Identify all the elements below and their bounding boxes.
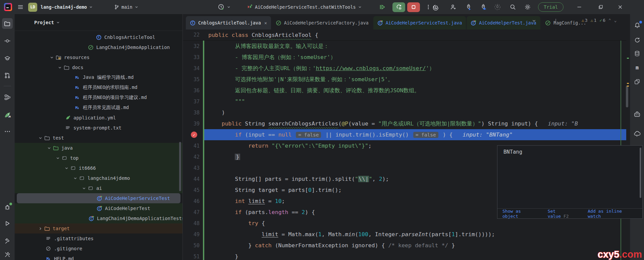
line-number[interactable]: 35 — [183, 76, 200, 83]
inspections-widget[interactable]: ⚠3 ⚠1 ✓6 ⌃ ⌄ — [582, 18, 617, 23]
tree-item-cnblogsarticletool[interactable]: CCnblogsArticleTool — [15, 32, 182, 42]
tree-item-gitattributes[interactable]: .gitattributes — [15, 233, 182, 244]
learn-icon[interactable] — [2, 53, 13, 64]
project-folder-icon[interactable] — [2, 18, 13, 29]
tree-item-java-md[interactable]: M↓Java 编程学习路线.md — [15, 72, 182, 83]
tree-item-gitignore[interactable]: .gitignore — [15, 244, 182, 254]
code-line-35[interactable]: 35 可选择性地附加'|N'来限制结果数量，例如：'someUser|5'。 — [183, 74, 630, 85]
stop-button[interactable] — [407, 0, 420, 14]
code-line-33[interactable]: 33 - 博客园用户名（例如：'someUser'） — [183, 52, 630, 63]
line-number[interactable]: 42 — [183, 154, 200, 160]
run-configuration-select[interactable]: AiCodeHelperServiceTest.chatWithTools — [247, 0, 362, 14]
rerun-debug-button[interactable] — [392, 0, 405, 14]
project-widget[interactable]: LD lang-chain4j-demo — [28, 0, 93, 14]
search-everywhere-button[interactable] — [508, 0, 518, 14]
breakpoint-icon[interactable]: ✓ — [191, 132, 197, 138]
line-number[interactable]: 51 — [183, 254, 200, 260]
resume-program-button[interactable] — [378, 0, 386, 14]
popup-scrollbar[interactable] — [640, 148, 641, 198]
hidden-tabs-chevron-icon[interactable] — [532, 18, 536, 23]
tools-icon[interactable] — [2, 249, 13, 260]
sticky-code-line[interactable]: 22public class CnblogsArticleTool { — [183, 30, 626, 41]
tab-aicodehelperservicefactory-java[interactable]: AiCodeHelperServiceFactory.java — [272, 16, 373, 30]
tree-item-neo-md[interactable]: M↓程序员NEO的求职指南.md — [15, 83, 182, 93]
ok-stripe-mark[interactable] — [627, 58, 629, 59]
tree-item-top[interactable]: top — [15, 153, 182, 163]
tab-aicodehelpertest-java[interactable]: CAiCodeHelperTest.java — [467, 16, 540, 30]
chevron-down-icon[interactable] — [72, 175, 78, 181]
tab-aicodehelperservicetest-java[interactable]: CAiCodeHelperServiceTest.java — [373, 16, 466, 30]
trial-badge[interactable]: Trial — [538, 0, 564, 14]
settings-button[interactable] — [523, 0, 533, 14]
database-icon[interactable] — [632, 48, 643, 59]
tree-item-target[interactable]: target — [15, 223, 182, 233]
ai-assistant-button[interactable] — [431, 0, 441, 14]
prev-problem-chevron-icon[interactable]: ⌃ — [608, 18, 611, 23]
tree-item-neo-md[interactable]: M↓程序员NEO的项目学习建议.md — [15, 93, 182, 103]
code-line-36[interactable]: 36 返回包含标题、链接、日期、摘要、阅读数、评论数、推荐数的JSON数组。 — [183, 85, 630, 96]
code-line-50[interactable]: 50 } catch (NumberFormatException ignore… — [183, 240, 630, 251]
line-number[interactable]: 46 — [183, 198, 200, 204]
code-line-51[interactable]: 51 } — [183, 251, 630, 260]
line-number[interactable]: 47 — [183, 209, 200, 215]
tree-item-java[interactable]: java — [15, 143, 182, 153]
popup-action-show-as-object[interactable]: Show as object — [502, 209, 521, 219]
profiler-run-rocket-button[interactable] — [464, 0, 474, 14]
line-number[interactable]: 48 — [183, 220, 200, 226]
pull-requests-icon[interactable] — [2, 70, 13, 81]
code-line-48[interactable]: 48 try { — [183, 218, 630, 229]
code-line-37[interactable]: 37 """ — [183, 96, 630, 107]
line-number[interactable]: 45 — [183, 187, 200, 193]
tree-item-system-prompt-txt[interactable]: system-prompt.txt — [15, 123, 182, 133]
next-problem-chevron-icon[interactable]: ⌄ — [614, 18, 617, 23]
tree-scrollbar[interactable] — [179, 142, 181, 191]
close-button[interactable] — [615, 0, 625, 14]
tree-item-it6666[interactable]: it6666 — [15, 163, 182, 173]
profiler-disabled-rocket-button[interactable] — [492, 0, 502, 14]
more-tools-icon[interactable] — [2, 126, 13, 137]
maven-icon[interactable]: m — [632, 62, 643, 73]
profiler-debug-rocket-button[interactable] — [478, 0, 488, 14]
structure-icon[interactable] — [2, 92, 13, 103]
debug-icon[interactable] — [2, 202, 13, 213]
code-line-40[interactable]: ✓ if (input == null = false || input.tri… — [183, 129, 630, 140]
line-number[interactable]: 36 — [183, 88, 200, 94]
line-number[interactable]: 33 — [183, 54, 200, 60]
build-icon[interactable] — [2, 236, 13, 246]
tree-item-help-md[interactable]: M↓HELP.md — [15, 254, 182, 260]
chevron-down-icon[interactable] — [63, 165, 70, 171]
line-number[interactable]: 38 — [183, 110, 200, 116]
tree-item-application-yml[interactable]: application.yml — [15, 113, 182, 123]
chevron-down-icon[interactable] — [80, 185, 87, 192]
code-line-39[interactable]: 39 public String searchCnblogsArticles(@… — [183, 118, 630, 129]
editor-scrollbar[interactable] — [626, 86, 628, 107]
restore-button[interactable] — [596, 0, 606, 14]
chevron-down-icon[interactable] — [54, 155, 61, 161]
popup-action-add-as-inline-watch[interactable]: Add as inline watch — [588, 209, 622, 219]
tree-item-langchain4jdemo[interactable]: langchain4jdemo — [15, 173, 182, 183]
warning-stripe-mark[interactable] — [627, 86, 629, 87]
warning-stripe-mark[interactable] — [627, 83, 629, 84]
tab-options-kebab-icon[interactable] — [553, 18, 558, 23]
chevron-down-icon[interactable] — [46, 145, 52, 151]
sync-icon[interactable] — [632, 35, 643, 45]
sticky-line-code[interactable]: public class CnblogsArticleTool { — [208, 30, 318, 41]
intellij-logo-icon[interactable] — [4, 0, 12, 14]
code-with-me-button[interactable] — [448, 0, 458, 14]
tree-item-resources[interactable]: resources — [15, 52, 182, 62]
line-number[interactable]: 34 — [183, 65, 200, 71]
tree-item-docs[interactable]: docs — [15, 62, 182, 72]
code-line-34[interactable]: 34 - 完整的个人主页URL（例如：'https://www.cnblogs.… — [183, 63, 630, 74]
vcs-widget[interactable]: main — [114, 0, 139, 14]
line-number[interactable]: 43 — [183, 165, 200, 171]
line-number[interactable]: 22 — [183, 32, 200, 38]
tree-item-langchain4jdemoapplicationtests[interactable]: CLangChain4jDemoApplicationTests — [15, 213, 182, 223]
jrebel-rocket-icon[interactable]: JR — [2, 110, 13, 120]
commit-icon[interactable] — [2, 36, 13, 46]
chevron-down-icon[interactable] — [48, 54, 55, 61]
line-number[interactable]: 49 — [183, 231, 200, 238]
chevron-right-icon[interactable] — [37, 225, 44, 232]
tree-item-test[interactable]: test — [15, 133, 182, 143]
line-number[interactable]: 37 — [183, 99, 200, 105]
popup-action-set-value[interactable]: Set value — [548, 209, 561, 219]
